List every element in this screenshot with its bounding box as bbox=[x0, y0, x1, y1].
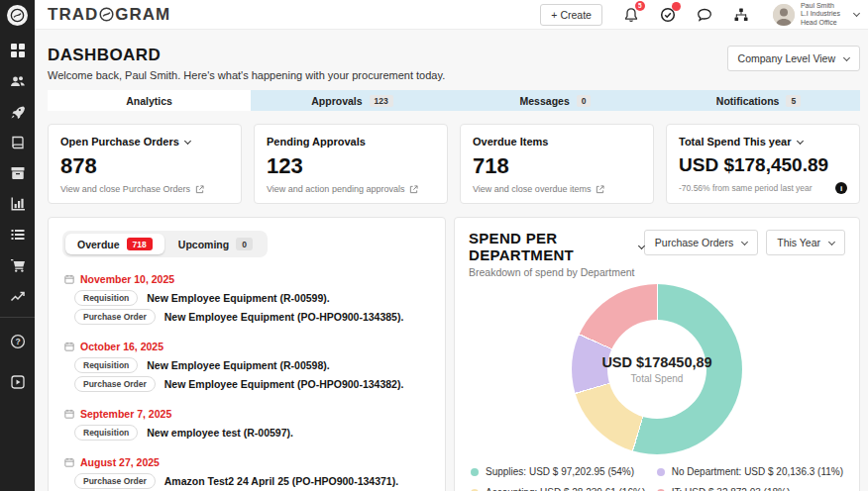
info-icon[interactable]: i bbox=[835, 182, 847, 194]
activity-item[interactable]: Purchase Order Amazon Test2 24 April 25 … bbox=[74, 471, 431, 490]
chevron-down-icon bbox=[741, 238, 748, 245]
video-tutorials-icon[interactable] bbox=[0, 366, 35, 397]
archive-icon[interactable] bbox=[0, 157, 35, 188]
activity-item[interactable]: Requisition New employee test (R-00597). bbox=[74, 423, 431, 442]
main-tabs: Analytics Approvals123 Messages0 Notific… bbox=[48, 90, 860, 111]
brand-text-left: TRAD bbox=[48, 5, 98, 25]
activity-date: August 27, 2025 bbox=[80, 456, 160, 468]
tab-notifications[interactable]: Notifications5 bbox=[657, 90, 860, 111]
dashboard-grid-icon[interactable] bbox=[0, 35, 35, 65]
approvals-check-icon[interactable] bbox=[659, 6, 677, 24]
legend-item: No Department: USD $ 20,136.3 (11%) bbox=[657, 466, 843, 477]
page-title: DASHBOARD bbox=[48, 46, 445, 65]
chevron-down-icon bbox=[796, 137, 803, 144]
activity-panel: Overdue718 Upcoming0 November 10, 2025 R… bbox=[48, 217, 446, 491]
legend-dot bbox=[471, 468, 479, 476]
activity-item-type-badge: Purchase Order bbox=[74, 376, 156, 392]
card-title[interactable]: Open Purchase Orders bbox=[60, 136, 229, 147]
activity-item-text: New Employee Equipment (R-00598). bbox=[147, 359, 329, 371]
activity-tabs: Overdue718 Upcoming0 bbox=[62, 231, 268, 257]
card-open-purchase-orders: Open Purchase Orders 878 View and close … bbox=[48, 124, 242, 204]
spend-title[interactable]: SPEND PER DEPARTMENT bbox=[469, 230, 644, 263]
card-link[interactable]: View and close overdue items bbox=[473, 184, 641, 194]
card-pending-approvals: Pending Approvals 123 View and action pe… bbox=[254, 124, 448, 204]
company-level-view-select[interactable]: Company Level View bbox=[727, 46, 860, 71]
cart-icon[interactable] bbox=[0, 249, 35, 280]
chevron-down-icon bbox=[853, 10, 860, 17]
tab-badge: 0 bbox=[577, 95, 592, 107]
document-type-select[interactable]: Purchase Orders bbox=[644, 230, 758, 255]
header-actions: + Create 5 Paul Smith L.I Industries Hea… bbox=[540, 2, 859, 28]
card-title[interactable]: Total Spend This year bbox=[679, 136, 847, 147]
activity-item-text: New Employee Equipment (R-00599). bbox=[147, 292, 329, 304]
legend-label: Accounting: USD $ 28,239.61 (16%) bbox=[486, 487, 645, 491]
card-total-spend: Total Spend This year USD $178,450.89 -7… bbox=[666, 124, 860, 204]
external-link-icon bbox=[409, 185, 418, 194]
tab-label: Notifications bbox=[716, 95, 780, 107]
rocket-icon[interactable] bbox=[0, 96, 35, 127]
user-office: Head Office bbox=[801, 19, 840, 28]
card-value: 718 bbox=[473, 155, 641, 177]
activity-item-type-badge: Requisition bbox=[74, 425, 138, 441]
card-title-text: Open Purchase Orders bbox=[60, 136, 179, 147]
sidebar-divider bbox=[0, 317, 35, 318]
user-menu[interactable]: Paul Smith L.I Industries Head Office bbox=[773, 2, 859, 28]
card-value: 123 bbox=[267, 155, 435, 177]
tab-badge: 123 bbox=[370, 95, 393, 107]
card-overdue-items: Overdue Items 718 View and close overdue… bbox=[460, 124, 654, 204]
card-note: -70.56% from same period last yeari bbox=[679, 182, 847, 194]
chevron-down-icon bbox=[843, 53, 850, 60]
activity-date-row: November 10, 2025 bbox=[64, 269, 431, 288]
card-title: Pending Approvals bbox=[267, 136, 435, 147]
card-link-text: View and action pending approvals bbox=[267, 184, 404, 194]
activity-item[interactable]: Requisition New Employee Equipment (R-00… bbox=[74, 288, 431, 307]
page-subtitle: Welcome back, Paul Smith. Here's what's … bbox=[48, 69, 445, 81]
book-icon[interactable] bbox=[0, 127, 35, 157]
users-icon[interactable] bbox=[0, 65, 35, 96]
card-value: 878 bbox=[60, 155, 229, 177]
activity-item[interactable]: Purchase Order New Employee Equipment (P… bbox=[74, 307, 431, 326]
user-info: Paul Smith L.I Industries Head Office bbox=[801, 2, 840, 28]
spend-per-department-panel: SPEND PER DEPARTMENT Breakdown of spend … bbox=[454, 217, 860, 491]
bar-chart-icon[interactable] bbox=[0, 188, 35, 219]
chart-legend: Supplies: USD $ 97,202.95 (54%) No Depar… bbox=[469, 466, 845, 491]
tab-label: Analytics bbox=[126, 95, 172, 107]
activity-date: October 16, 2025 bbox=[80, 341, 163, 352]
activity-item-text: Amazon Test2 24 April 25 (PO-HPO900-1343… bbox=[164, 475, 398, 487]
tradogram-logo-icon[interactable] bbox=[7, 5, 28, 26]
trend-line-icon[interactable] bbox=[0, 280, 35, 311]
activity-item-type-badge: Requisition bbox=[74, 290, 138, 306]
main-content: DASHBOARD Welcome back, Paul Smith. Here… bbox=[35, 30, 868, 491]
messages-chat-icon[interactable] bbox=[696, 6, 713, 24]
chevron-down-icon bbox=[828, 238, 835, 245]
approvals-badge-dot bbox=[672, 2, 681, 11]
help-icon[interactable]: ? bbox=[0, 326, 35, 356]
activity-item-type-badge: Requisition bbox=[74, 357, 138, 373]
activity-date-row: October 16, 2025 bbox=[64, 337, 431, 355]
list-icon[interactable] bbox=[0, 219, 35, 249]
brand-logo[interactable]: TRAD GRAM bbox=[48, 5, 170, 25]
tab-upcoming[interactable]: Upcoming0 bbox=[166, 234, 265, 254]
donut-center-value: USD $178450,89 bbox=[601, 354, 711, 370]
period-select[interactable]: This Year bbox=[766, 230, 845, 255]
activity-item[interactable]: Requisition New Employee Equipment (R-00… bbox=[74, 355, 431, 374]
spend-title-text: SPEND PER DEPARTMENT bbox=[469, 230, 632, 263]
tab-approvals[interactable]: Approvals123 bbox=[251, 90, 454, 111]
create-button[interactable]: + Create bbox=[540, 4, 602, 26]
overdue-count-badge: 718 bbox=[127, 238, 153, 250]
activity-date-group: November 10, 2025 Requisition New Employ… bbox=[64, 269, 431, 326]
activity-item[interactable]: Purchase Order New Employee Equipment (P… bbox=[74, 374, 431, 393]
svg-text:?: ? bbox=[15, 337, 20, 346]
card-link[interactable]: View and close Purchase Orders bbox=[60, 184, 229, 194]
org-hierarchy-icon[interactable] bbox=[732, 6, 750, 24]
calendar-icon bbox=[64, 342, 74, 351]
tab-messages[interactable]: Messages0 bbox=[454, 90, 657, 111]
notifications-bell-icon[interactable]: 5 bbox=[622, 6, 640, 24]
document-type-value: Purchase Orders bbox=[655, 237, 733, 248]
bell-badge: 5 bbox=[635, 1, 645, 11]
external-link-icon bbox=[195, 185, 204, 194]
tab-analytics[interactable]: Analytics bbox=[48, 90, 251, 111]
tab-overdue[interactable]: Overdue718 bbox=[65, 234, 164, 254]
legend-label: No Department: USD $ 20,136.3 (11%) bbox=[672, 466, 843, 477]
card-link[interactable]: View and action pending approvals bbox=[267, 184, 435, 194]
